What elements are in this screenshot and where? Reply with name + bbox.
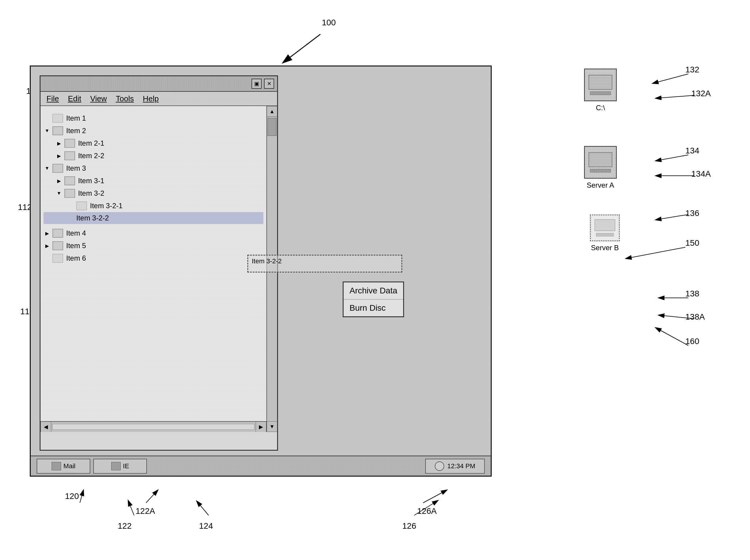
tree-view: Item 1 ▼ Item 2 ▶ Item 2-1 ▶ xyxy=(41,106,267,421)
label-126: 126 xyxy=(402,521,416,531)
tree-item-2[interactable]: ▼ Item 2 xyxy=(43,124,263,137)
context-menu-archive[interactable]: Archive Data xyxy=(343,282,403,300)
menu-help[interactable]: Help xyxy=(143,94,159,103)
label-122: 122 xyxy=(118,521,132,531)
c-drive-bar xyxy=(590,92,611,95)
popup-item-label: Item 3-2-2 xyxy=(248,256,401,267)
svg-line-14 xyxy=(655,95,694,98)
toggle-item2[interactable]: ▼ xyxy=(43,127,51,134)
close-button[interactable]: ✕ xyxy=(264,79,274,89)
tree-item-2-2[interactable]: ▶ Item 2-2 xyxy=(43,149,263,162)
toggle-item3-1[interactable]: ▶ xyxy=(55,177,63,184)
scroll-right-arrow[interactable]: ▶ xyxy=(256,421,267,432)
icon-item1 xyxy=(53,114,63,123)
taskbar-ie-button[interactable]: IE xyxy=(93,459,147,474)
toggle-item3-2-2 xyxy=(67,215,75,222)
toggle-item3[interactable]: ▼ xyxy=(43,165,51,172)
label-126a: 126A xyxy=(417,506,436,516)
desktop-icon-server-b[interactable]: Server B xyxy=(590,215,620,252)
menu-tools[interactable]: Tools xyxy=(116,94,134,103)
icon-item6 xyxy=(53,254,63,263)
label-122a: 122A xyxy=(136,506,155,516)
tree-item-3-2-1[interactable]: Item 3-2-1 xyxy=(43,200,263,212)
server-a-box xyxy=(584,146,617,179)
clock-icon xyxy=(435,461,444,471)
tree-item-3-1[interactable]: ▶ Item 3-1 xyxy=(43,175,263,187)
scroll-up-arrow[interactable]: ▲ xyxy=(267,106,277,117)
toggle-item2-1[interactable]: ▶ xyxy=(55,140,63,147)
label-138: 138 xyxy=(685,289,699,298)
c-drive-inner xyxy=(589,75,612,89)
label-160: 160 xyxy=(685,337,699,346)
tree-item-2-1[interactable]: ▶ Item 2-1 xyxy=(43,137,263,149)
svg-line-1 xyxy=(283,34,320,63)
tree-item-1[interactable]: Item 1 xyxy=(43,112,263,124)
scroll-down-arrow[interactable]: ▼ xyxy=(267,421,277,432)
label-item3-1: Item 3-1 xyxy=(78,177,104,185)
server-a-inner xyxy=(589,152,612,167)
menu-bar: File Edit View Tools Help xyxy=(41,92,277,106)
tree-item-5[interactable]: ▶ Item 5 xyxy=(43,239,263,252)
taskbar-clock[interactable]: 12:34 PM xyxy=(425,459,485,474)
menu-view[interactable]: View xyxy=(90,94,107,103)
icon-item3-1 xyxy=(64,176,75,185)
label-124: 124 xyxy=(199,521,213,531)
taskbar-time: 12:34 PM xyxy=(447,462,475,470)
server-a-label: Server A xyxy=(587,181,614,189)
label-item2-2: Item 2-2 xyxy=(78,152,104,160)
ie-icon xyxy=(111,462,121,471)
svg-line-17 xyxy=(655,215,688,220)
label-150: 150 xyxy=(685,238,699,248)
toggle-item3-2[interactable]: ▼ xyxy=(55,190,63,197)
content-area: Item 1 ▼ Item 2 ▶ Item 2-1 ▶ xyxy=(41,106,277,432)
toggle-item4[interactable]: ▶ xyxy=(43,229,51,237)
mail-icon xyxy=(52,462,61,471)
scroll-thumb[interactable] xyxy=(268,118,277,136)
tree-item-3-2-2[interactable]: Item 3-2-2 xyxy=(43,212,263,224)
tree-item-4[interactable]: ▶ Item 4 xyxy=(43,227,263,239)
label-item3-2-1: Item 3-2-1 xyxy=(90,202,122,210)
icon-item2-1 xyxy=(64,139,75,148)
scroll-track-h xyxy=(53,424,255,430)
scroll-left-arrow[interactable]: ◀ xyxy=(41,421,51,432)
icon-item2-2 xyxy=(64,151,75,160)
menu-file[interactable]: File xyxy=(46,94,59,103)
menu-edit[interactable]: Edit xyxy=(68,94,81,103)
label-item3-2-2: Item 3-2-2 xyxy=(76,214,109,222)
desktop-icon-server-a[interactable]: Server A xyxy=(584,146,617,189)
svg-line-21 xyxy=(655,328,688,345)
label-item2-1: Item 2-1 xyxy=(78,139,104,147)
desktop-icon-c-drive[interactable]: C:\ xyxy=(584,68,617,112)
toggle-item2-2[interactable]: ▶ xyxy=(55,152,63,159)
dashed-region: Item 3-2-2 xyxy=(247,255,402,273)
taskbar-ie-label: IE xyxy=(123,462,129,470)
icon-item2 xyxy=(53,126,63,135)
label-132a: 132A xyxy=(691,89,711,98)
main-window: ▣ ✕ File Edit View Tools Help Item 1 xyxy=(40,75,278,451)
taskbar-mail-button[interactable]: Mail xyxy=(37,459,90,474)
server-b-label: Server B xyxy=(591,244,618,252)
taskbar-mail-label: Mail xyxy=(63,462,75,470)
toggle-item5[interactable]: ▶ xyxy=(43,242,51,249)
svg-line-6 xyxy=(80,490,83,503)
context-menu-burn[interactable]: Burn Disc xyxy=(343,300,403,316)
tree-item-3[interactable]: ▼ Item 3 xyxy=(43,162,263,175)
taskbar: Mail IE 12:34 PM xyxy=(31,456,491,476)
scrollbar-horizontal[interactable]: ◀ ▶ xyxy=(41,421,267,432)
icon-item5 xyxy=(53,241,63,250)
server-b-bar xyxy=(596,233,614,237)
svg-line-7 xyxy=(128,500,134,515)
icon-item4 xyxy=(53,229,63,238)
svg-line-15 xyxy=(655,155,688,161)
toggle-item3-2-1 xyxy=(67,202,75,209)
maximize-button[interactable]: ▣ xyxy=(252,79,262,89)
icon-item3-2-1 xyxy=(76,201,87,210)
svg-line-9 xyxy=(197,501,209,515)
label-item1: Item 1 xyxy=(66,114,86,122)
svg-line-11 xyxy=(423,490,447,503)
label-134: 134 xyxy=(685,146,699,156)
tree-item-6[interactable]: Item 6 xyxy=(43,252,263,264)
label-item4: Item 4 xyxy=(66,229,86,237)
tree-item-3-2[interactable]: ▼ Item 3-2 xyxy=(43,187,263,200)
label-item3-2: Item 3-2 xyxy=(78,189,104,198)
